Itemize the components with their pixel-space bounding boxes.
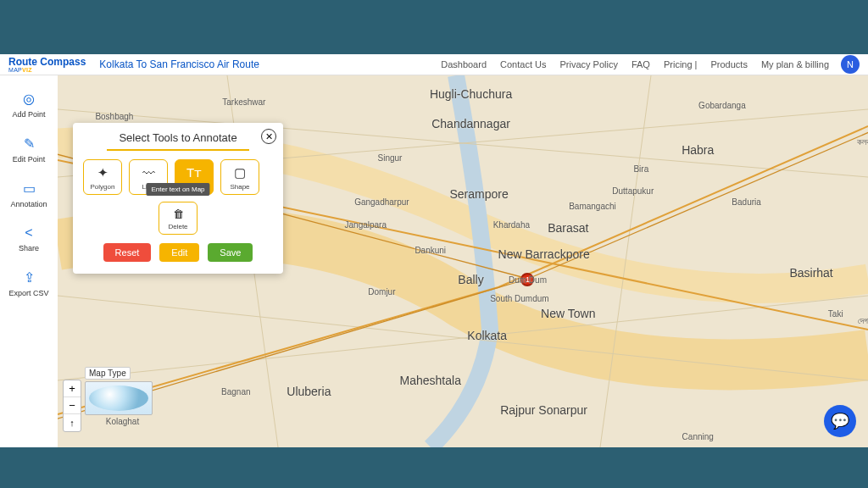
nav-contact[interactable]: Contact Us bbox=[500, 59, 546, 69]
edit-button[interactable]: Edit bbox=[159, 243, 199, 262]
brand-logo[interactable]: Route Compass MAPVIZ bbox=[8, 57, 86, 73]
tool-label: Polygon bbox=[91, 183, 115, 191]
brand-subtitle: MAPVIZ bbox=[8, 67, 86, 73]
top-nav: Dashboard Contact Us Privacy Policy FAQ … bbox=[441, 59, 829, 69]
sidebar-edit-point[interactable]: ✎ Edit Point bbox=[0, 129, 58, 170]
line-icon: 〰 bbox=[142, 166, 155, 180]
trash-icon: 🗑 bbox=[173, 208, 184, 220]
tool-delete[interactable]: 🗑 Delete bbox=[159, 202, 198, 235]
pencil-icon: ✎ bbox=[24, 136, 35, 152]
reset-north-button[interactable]: ↑ bbox=[64, 414, 81, 431]
close-icon[interactable]: ✕ bbox=[261, 129, 276, 144]
map-canvas[interactable]: 1 Hugli-ChuchuraChandannagarTarkeshwarGo… bbox=[58, 75, 868, 447]
chat-icon: 💬 bbox=[831, 412, 849, 430]
annotate-panel: ✕ Select Tools to Annotate ✦ Polygon 〰 L… bbox=[73, 123, 283, 274]
reset-button[interactable]: Reset bbox=[103, 243, 152, 262]
nav-plan[interactable]: My plan & billing bbox=[761, 59, 829, 69]
target-icon: ◎ bbox=[23, 91, 35, 107]
sidebar: ◎ Add Point ✎ Edit Point ▭ Annotation < … bbox=[0, 75, 58, 447]
comment-icon: ▭ bbox=[23, 180, 36, 197]
globe-icon bbox=[85, 381, 153, 415]
chat-bubble-button[interactable]: 💬 bbox=[824, 405, 856, 437]
sidebar-share[interactable]: < Share bbox=[0, 219, 58, 259]
sidebar-item-label: Add Point bbox=[12, 110, 45, 119]
nav-dashboard[interactable]: Dashboard bbox=[441, 59, 487, 69]
tool-label: Delete bbox=[168, 223, 187, 230]
route-marker-1[interactable]: 1 bbox=[520, 273, 534, 286]
avatar[interactable]: N bbox=[841, 55, 860, 74]
zoom-in-button[interactable]: + bbox=[64, 380, 81, 397]
panel-title: Select Tools to Annotate bbox=[107, 131, 249, 151]
delete-row: Enter text on Map 🗑 Delete bbox=[83, 202, 273, 235]
brand-name: Route Compass bbox=[8, 56, 86, 68]
sidebar-annotation[interactable]: ▭ Annotation bbox=[0, 174, 58, 215]
save-button[interactable]: Save bbox=[208, 243, 253, 262]
polygon-icon: ✦ bbox=[97, 165, 108, 180]
tool-shape[interactable]: ▢ Shape bbox=[220, 159, 259, 195]
sidebar-export[interactable]: ⇪ Export CSV bbox=[0, 263, 58, 304]
panel-buttons: Reset Edit Save bbox=[83, 243, 273, 262]
map-type-label: Map Type bbox=[85, 367, 131, 380]
sidebar-item-label: Annotation bbox=[10, 200, 47, 208]
text-icon: Tᴛ bbox=[186, 165, 202, 180]
tool-polygon[interactable]: ✦ Polygon bbox=[83, 159, 122, 195]
sidebar-item-label: Share bbox=[19, 244, 39, 252]
share-icon: < bbox=[25, 225, 32, 241]
app-frame: Route Compass MAPVIZ Kolkata To San Fran… bbox=[0, 54, 868, 447]
sidebar-add-point[interactable]: ◎ Add Point bbox=[0, 84, 58, 125]
zoom-out-button[interactable]: − bbox=[64, 397, 81, 414]
export-icon: ⇪ bbox=[24, 269, 35, 286]
topbar: Route Compass MAPVIZ Kolkata To San Fran… bbox=[0, 54, 868, 75]
nav-privacy[interactable]: Privacy Policy bbox=[559, 59, 617, 69]
tool-tooltip: Enter text on Map bbox=[146, 183, 209, 196]
nav-products[interactable]: Products bbox=[710, 59, 747, 69]
page-title: Kolkata To San Francisco Air Route bbox=[99, 58, 259, 70]
shape-icon: ▢ bbox=[234, 165, 246, 180]
zoom-control: + − ↑ bbox=[63, 380, 81, 432]
nav-pricing[interactable]: Pricing | bbox=[664, 59, 698, 69]
sidebar-item-label: Edit Point bbox=[13, 155, 46, 164]
map-type-picker[interactable]: Map Type bbox=[85, 364, 153, 415]
tool-label: Shape bbox=[230, 183, 249, 191]
nav-faq[interactable]: FAQ bbox=[632, 59, 650, 69]
sidebar-item-label: Export CSV bbox=[8, 289, 48, 297]
